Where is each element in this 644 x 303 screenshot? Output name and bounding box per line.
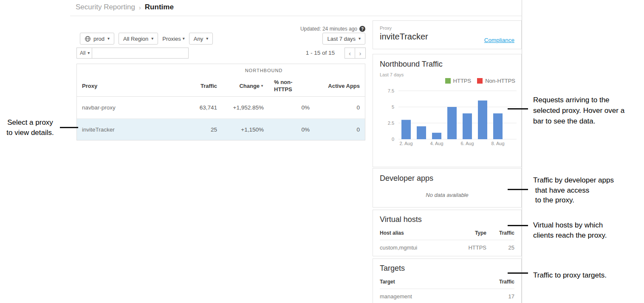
targets-title: Targets xyxy=(380,264,514,273)
non-https-swatch-icon xyxy=(477,78,483,84)
svg-text:0: 0 xyxy=(392,137,394,142)
legend-label: HTTPS xyxy=(453,78,472,84)
virtual-hosts-card: Virtual hosts Host alias Type Traffic cu… xyxy=(373,210,522,256)
column-header-traffic[interactable]: Traffic xyxy=(192,83,217,89)
targets-card: Targets Target Traffic management 17 xyxy=(373,258,522,303)
change-cell: +1,952.85% xyxy=(217,104,264,111)
proxy-name-cell: inviteTracker xyxy=(77,126,192,133)
breadcrumb-divider xyxy=(70,16,522,16)
svg-text:6. Aug: 6. Aug xyxy=(460,141,474,146)
annotation-targets: Traffic to proxy targets. xyxy=(533,270,607,281)
help-icon[interactable]: ? xyxy=(359,26,365,32)
northbound-group-label: NORTHBOUND xyxy=(221,68,306,73)
https-swatch-icon xyxy=(445,78,451,84)
northbound-traffic-chart[interactable]: 02.557.52. Aug4. Aug6. Aug8. Aug xyxy=(381,83,521,148)
prev-page-button[interactable]: ‹ xyxy=(345,48,355,59)
active-apps-cell: 0 xyxy=(310,126,365,133)
annotation-developer-apps: Traffic by developer apps that have acce… xyxy=(533,175,614,205)
chevron-down-icon: ▾ xyxy=(151,36,153,41)
legend-item-https: HTTPS xyxy=(445,78,472,84)
chevron-down-icon: ▾ xyxy=(107,36,110,41)
legend-label: Non-HTTPS xyxy=(485,78,515,84)
table-row[interactable]: navbar-proxy 63,741 +1,952.85% 0% 0 xyxy=(77,97,365,118)
chart-area: 02.557.52. Aug4. Aug6. Aug8. Aug xyxy=(381,83,514,149)
updated-status: Updated: 24 minutes ago ? xyxy=(300,26,365,32)
table-row-selected[interactable]: inviteTracker 25 +1,150% 0% 0 xyxy=(77,118,365,140)
traffic-cell: 17 xyxy=(486,293,514,300)
virtual-hosts-header-row: Host alias Type Traffic xyxy=(380,230,514,240)
northbound-traffic-card: Northbound Traffic Last 7 days HTTPS Non… xyxy=(373,54,522,167)
search-scope-dropdown[interactable]: All ▾ xyxy=(76,48,93,59)
chevron-down-icon: ▾ xyxy=(206,36,208,41)
svg-text:2.5: 2.5 xyxy=(388,121,394,126)
column-header-host-alias: Host alias xyxy=(380,230,448,236)
compliance-link[interactable]: Compliance xyxy=(484,37,514,43)
toolbar: prod ▾ All Region ▾ Proxies ▾ Any ▾ xyxy=(80,33,213,45)
developer-apps-title: Developer apps xyxy=(380,174,514,183)
annotation-virtual-hosts: Virtual hosts by which clients reach the… xyxy=(533,220,607,241)
updated-text: Updated: 24 minutes ago xyxy=(300,26,357,32)
proxy-label: Proxy xyxy=(380,25,514,31)
column-header-traffic: Traffic xyxy=(486,279,514,285)
search-input[interactable] xyxy=(92,48,189,59)
column-header-active-apps[interactable]: Active Apps xyxy=(310,83,365,89)
target-cell: management xyxy=(380,293,486,300)
column-header-proxy[interactable]: Proxy xyxy=(77,83,192,89)
annotation-connector-line xyxy=(508,272,528,274)
type-cell: HTTPS xyxy=(448,244,486,251)
column-header-change[interactable]: Change▼ xyxy=(217,83,264,89)
svg-text:8. Aug: 8. Aug xyxy=(491,141,504,146)
annotation-connector-line xyxy=(508,189,528,190)
pagination-controls: ‹ › xyxy=(345,48,366,59)
breadcrumb: Security Reporting › Runtime xyxy=(76,3,174,11)
northbound-traffic-title: Northbound Traffic xyxy=(380,60,514,69)
proxies-type-dropdown[interactable]: Proxies ▾ xyxy=(162,36,184,42)
annotation-connector-line xyxy=(508,108,528,109)
region-label: All Region xyxy=(123,36,148,42)
app-right-edge xyxy=(522,0,522,303)
traffic-cell: 25 xyxy=(486,244,514,251)
region-dropdown[interactable]: All Region ▾ xyxy=(119,33,158,45)
active-apps-cell: 0 xyxy=(310,104,365,111)
proxy-detail-header-card: Proxy inviteTracker Compliance xyxy=(373,20,522,49)
proxy-name-cell: navbar-proxy xyxy=(77,104,192,111)
legend-item-non-https: Non-HTTPS xyxy=(477,78,515,84)
environment-dropdown[interactable]: prod ▾ xyxy=(80,33,114,45)
column-header-traffic: Traffic xyxy=(486,230,514,236)
proxies-type-label: Proxies xyxy=(162,36,181,42)
any-dropdown[interactable]: Any ▾ xyxy=(189,33,213,45)
breadcrumb-parent[interactable]: Security Reporting xyxy=(76,3,135,11)
traffic-cell: 63,741 xyxy=(192,104,217,111)
column-header-target: Target xyxy=(380,279,486,285)
chevron-down-icon: ▾ xyxy=(183,36,185,41)
annotation-connector-line xyxy=(508,225,528,226)
date-range-dropdown[interactable]: Last 7 days ▾ xyxy=(322,33,365,45)
pagination-range: 1 - 15 of 15 xyxy=(297,50,335,56)
svg-text:4. Aug: 4. Aug xyxy=(430,141,443,146)
targets-header-row: Target Traffic xyxy=(380,279,514,289)
chevron-down-icon: ▾ xyxy=(359,36,361,41)
annotation-chart: Requests arriving to the selected proxy.… xyxy=(533,95,624,126)
pct-non-https-cell: 0% xyxy=(264,104,310,111)
svg-text:5: 5 xyxy=(392,104,394,109)
virtual-hosts-title: Virtual hosts xyxy=(380,215,514,224)
breadcrumb-separator-icon: › xyxy=(139,4,141,11)
table-header-row: Proxy Traffic Change▼ % non-HTTPS Active… xyxy=(77,76,365,97)
chart-subtitle: Last 7 days xyxy=(380,72,514,77)
chevron-down-icon: ▾ xyxy=(88,51,90,55)
table-group-header-row: NORTHBOUND xyxy=(77,64,365,76)
proxies-table: NORTHBOUND Proxy Traffic Change▼ % non-H… xyxy=(76,64,365,140)
svg-text:7.5: 7.5 xyxy=(388,88,394,93)
pct-non-https-cell: 0% xyxy=(264,126,310,133)
virtual-host-row: custom,mgmtui HTTPS 25 xyxy=(380,240,514,255)
developer-apps-card: Developer apps No data available xyxy=(373,168,522,208)
column-header-type: Type xyxy=(448,230,486,236)
next-page-button[interactable]: › xyxy=(355,48,366,59)
annotation-select-proxy: Select a proxy to view details. xyxy=(0,118,60,138)
date-range-label: Last 7 days xyxy=(327,36,356,42)
target-row: management 17 xyxy=(380,289,514,303)
no-data-text: No data available xyxy=(380,192,514,198)
column-header-pct-non-https[interactable]: % non-HTTPS xyxy=(264,79,310,93)
traffic-cell: 25 xyxy=(192,126,217,133)
any-label: Any xyxy=(194,36,203,42)
